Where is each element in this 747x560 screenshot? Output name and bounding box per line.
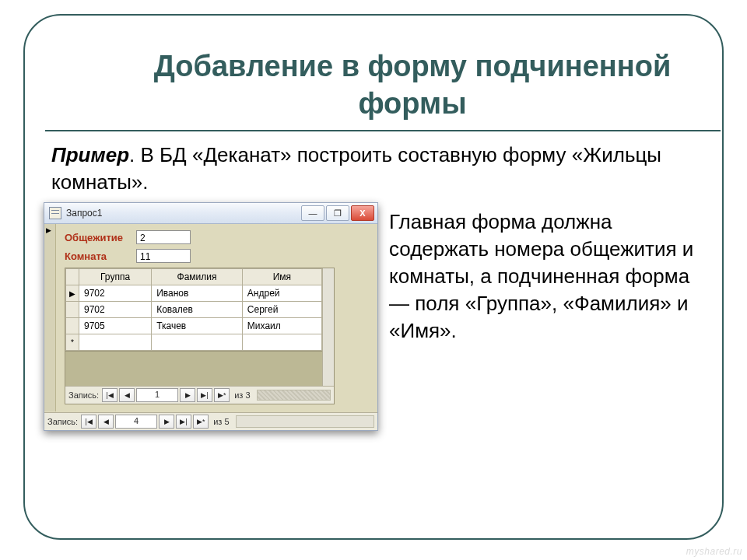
cell[interactable]: 9705 bbox=[79, 318, 152, 334]
nav-prev-button[interactable]: ◀ bbox=[98, 415, 114, 429]
dorm-label: Общежитие bbox=[65, 232, 136, 243]
datasheet[interactable]: Группа Фамилия Имя ▶ 9702 Иванов bbox=[65, 268, 322, 351]
nav-first-button[interactable]: |◀ bbox=[81, 415, 96, 429]
field-row-dorm: Общежитие 2 bbox=[65, 230, 368, 244]
nav-label: Запись: bbox=[68, 390, 99, 400]
table-row-new[interactable]: * bbox=[66, 334, 322, 351]
nav-record-input[interactable]: 4 bbox=[115, 415, 157, 429]
subform-empty-area bbox=[65, 351, 322, 386]
watermark: myshared.ru bbox=[686, 546, 742, 557]
row-selector-header bbox=[66, 269, 79, 285]
record-selector[interactable] bbox=[44, 224, 56, 411]
col-header-name[interactable]: Имя bbox=[242, 269, 321, 285]
cell[interactable] bbox=[152, 334, 243, 351]
nav-label: Запись: bbox=[47, 417, 78, 426]
row-selector[interactable]: ▶ bbox=[66, 285, 79, 302]
row-selector[interactable] bbox=[66, 318, 79, 334]
window-title: Запрос1 bbox=[66, 208, 301, 219]
cell[interactable]: Ткачев bbox=[152, 318, 243, 334]
minimize-button[interactable]: — bbox=[301, 205, 324, 221]
divider bbox=[45, 130, 721, 131]
cell[interactable]: Сергей bbox=[242, 302, 321, 318]
example-body: . В БД «Деканат» построить составную фор… bbox=[51, 143, 661, 194]
row-selector-new[interactable]: * bbox=[66, 334, 79, 351]
slide-title: Добавление в форму подчиненной формы bbox=[140, 48, 685, 122]
nav-last-button[interactable]: ▶| bbox=[176, 415, 191, 429]
example-label: Пример bbox=[51, 143, 129, 166]
maximize-button[interactable]: ❐ bbox=[326, 205, 349, 221]
subform-vscroll[interactable] bbox=[322, 268, 334, 386]
close-button[interactable]: X bbox=[351, 205, 374, 221]
row-selector[interactable] bbox=[66, 302, 79, 318]
table-row[interactable]: 9702 Ковалев Сергей bbox=[66, 302, 322, 318]
nav-new-button[interactable]: ▶* bbox=[193, 415, 209, 429]
cell[interactable]: Андрей bbox=[242, 285, 321, 302]
example-text: Пример. В БД «Деканат» построить составн… bbox=[51, 142, 689, 196]
nav-of-label: из 5 bbox=[213, 417, 229, 426]
cell[interactable]: Иванов bbox=[152, 285, 243, 302]
description-text: Главная форма должна содержать номера об… bbox=[389, 208, 714, 345]
cell[interactable] bbox=[79, 334, 152, 351]
cell[interactable]: 9702 bbox=[79, 285, 152, 302]
cell[interactable] bbox=[242, 334, 321, 351]
nav-record-input[interactable]: 1 bbox=[136, 388, 178, 402]
subform-hscroll[interactable] bbox=[257, 390, 331, 401]
nav-next-button[interactable]: ▶ bbox=[180, 388, 195, 402]
nav-last-button[interactable]: ▶| bbox=[197, 388, 212, 402]
col-header-surname[interactable]: Фамилия bbox=[152, 269, 243, 285]
nav-of-label: из 3 bbox=[234, 390, 250, 400]
table-row[interactable]: ▶ 9702 Иванов Андрей bbox=[66, 285, 322, 302]
form-body: Общежитие 2 Комната 11 Группа bbox=[44, 224, 377, 430]
subform: Группа Фамилия Имя ▶ 9702 Иванов bbox=[65, 268, 335, 404]
table-row[interactable]: 9705 Ткачев Михаил bbox=[66, 318, 322, 334]
dorm-input[interactable]: 2 bbox=[136, 230, 191, 244]
cell[interactable]: Михаил bbox=[242, 318, 321, 334]
col-header-group[interactable]: Группа bbox=[79, 269, 152, 285]
subform-navbar: Запись: |◀ ◀ 1 ▶ ▶| ▶* из 3 bbox=[65, 386, 334, 404]
nav-prev-button[interactable]: ◀ bbox=[119, 388, 135, 402]
field-row-room: Комната 11 bbox=[65, 249, 368, 263]
form-icon bbox=[49, 207, 61, 219]
nav-first-button[interactable]: |◀ bbox=[102, 388, 117, 402]
form-navbar: Запись: |◀ ◀ 4 ▶ ▶| ▶* из 5 bbox=[44, 412, 377, 430]
cell[interactable]: 9702 bbox=[79, 302, 152, 318]
access-window: Запрос1 — ❐ X Общежитие 2 Комната 11 bbox=[44, 202, 378, 431]
nav-next-button[interactable]: ▶ bbox=[159, 415, 174, 429]
form-hscroll[interactable] bbox=[236, 415, 374, 428]
nav-new-button[interactable]: ▶* bbox=[214, 388, 230, 402]
window-titlebar[interactable]: Запрос1 — ❐ X bbox=[44, 203, 377, 224]
room-label: Комната bbox=[65, 250, 136, 262]
cell[interactable]: Ковалев bbox=[152, 302, 243, 318]
room-input[interactable]: 11 bbox=[136, 249, 191, 263]
